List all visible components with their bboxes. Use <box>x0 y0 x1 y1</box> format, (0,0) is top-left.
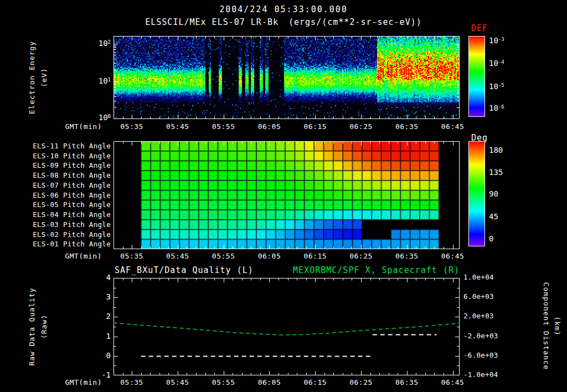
time-tick-label: 06:45 <box>436 122 470 131</box>
pitch-row-label: ELS-03 Pitch Angle <box>16 220 111 230</box>
deg-colorbar-tick-label: 90 <box>489 189 533 198</box>
quality-tick-label: 3 <box>78 292 111 301</box>
time-tick-label: 06:35 <box>390 252 424 260</box>
deg-colorbar-tick-label: 180 <box>489 146 533 154</box>
energy-axis-units: (eV) <box>40 68 48 87</box>
pitch-row-label: ELS-10 Pitch Angle <box>16 152 111 161</box>
flux-colorbar-tick-label: 10-4 <box>489 59 533 68</box>
pitch-row-label: ELS-05 Pitch Angle <box>16 200 111 210</box>
pitch-row-label: ELS-11 Pitch Angle <box>16 142 111 151</box>
deg-colorbar-tick-label: 45 <box>489 212 533 221</box>
quality-tick-label: 0 <box>78 351 111 360</box>
deg-colorbar-tick-label: 135 <box>489 168 533 177</box>
time-axis-label: GMT(min) <box>53 378 102 386</box>
plot-datetime: 2004/224 05:33:00.000 <box>0 4 567 14</box>
time-tick-label: 06:35 <box>390 378 424 386</box>
time-tick-label: 05:35 <box>115 252 148 260</box>
pitch-row-label: ELS-08 Pitch Angle <box>16 171 111 180</box>
pitch-row-label: ELS-04 Pitch Angle <box>16 210 111 220</box>
quality-distance-plot <box>114 278 460 375</box>
distance-tick-label: 2.0e+03 <box>463 312 503 320</box>
pitch-row-label: ELS-01 Pitch Angle <box>16 240 111 249</box>
def-colorbar-title: DEF <box>471 23 488 33</box>
pitch-row-label: ELS-02 Pitch Angle <box>16 230 111 240</box>
deg-colorbar <box>468 141 485 246</box>
plot-title-instrument: ELSSCIL/MEx ELS-07 LR-Bk <box>145 17 279 27</box>
time-tick-label: 06:05 <box>252 122 286 131</box>
pitch-row-label: ELS-06 Pitch Angle <box>16 191 111 200</box>
pitch-row-label: ELS-07 Pitch Angle <box>16 181 111 190</box>
time-tick-label: 05:55 <box>207 122 240 131</box>
flux-colorbar-tick-label: 10-3 <box>489 36 533 45</box>
plot-title-units: (ergs/(cm**2-sr-sec-eV)) <box>288 17 422 27</box>
pitch-angle-heatmap <box>114 141 460 249</box>
deg-colorbar-tick-label: 0 <box>489 234 533 243</box>
time-tick-label: 05:45 <box>161 378 194 386</box>
distance-axis-label: Component Distance <box>542 282 550 370</box>
time-tick-label: 06:15 <box>298 252 332 260</box>
time-tick-label: 06:35 <box>390 122 424 131</box>
time-tick-label: 05:55 <box>207 252 240 260</box>
time-tick-label: 05:45 <box>161 252 194 260</box>
time-tick-label: 06:25 <box>344 378 378 386</box>
distance-tick-label: 6.0e+03 <box>463 292 503 301</box>
time-tick-label: 05:35 <box>115 122 148 131</box>
time-tick-label: 06:05 <box>252 378 286 386</box>
flux-colorbar-tick-label: 10-5 <box>489 82 533 91</box>
quality-tick-label: 2 <box>78 312 111 321</box>
pitch-row-label: ELS-09 Pitch Angle <box>16 161 111 171</box>
time-axis-label: GMT(min) <box>53 252 102 260</box>
time-tick-label: 06:45 <box>436 252 470 260</box>
distance-tick-label: -2.0e+03 <box>463 332 503 340</box>
flux-colorbar <box>468 36 485 117</box>
quality-axis-units: (Raw) <box>40 314 48 339</box>
right-series-title: MEXORBMC/SPF X, Spacecraft (R) <box>221 265 460 275</box>
time-tick-label: 06:25 <box>344 252 378 260</box>
energy-tick-label: 100 <box>78 113 111 122</box>
time-tick-label: 06:25 <box>344 122 378 131</box>
plot-page: 2004/224 05:33:00.000 ELSSCIL/MEx ELS-07… <box>0 0 567 392</box>
quality-axis-label: Raw Data Quality <box>28 287 36 365</box>
time-tick-label: 06:05 <box>252 252 286 260</box>
distance-axis-units: (km) <box>553 316 561 336</box>
time-tick-label: 05:55 <box>207 378 240 386</box>
quality-tick-label: 4 <box>78 273 111 282</box>
energy-tick-label: 101 <box>78 76 111 85</box>
time-tick-label: 06:15 <box>298 378 332 386</box>
distance-tick-label: -6.0e+03 <box>463 351 503 359</box>
time-tick-label: 05:45 <box>161 122 194 131</box>
distance-tick-label: -1.0e+04 <box>463 370 503 379</box>
time-axis-label: GMT(min) <box>53 122 102 131</box>
flux-colorbar-tick-label: 10-6 <box>489 104 533 112</box>
quality-tick-label: -1 <box>78 370 111 379</box>
energy-axis-label: Electron Energy <box>28 41 36 114</box>
energy-tick-label: 102 <box>78 39 111 48</box>
electron-energy-spectrogram <box>114 36 460 119</box>
time-tick-label: 06:45 <box>436 378 470 386</box>
time-tick-label: 06:15 <box>298 122 332 131</box>
quality-tick-label: 1 <box>78 332 111 341</box>
distance-tick-label: 1.0e+04 <box>463 273 503 281</box>
time-tick-label: 05:35 <box>115 378 148 386</box>
